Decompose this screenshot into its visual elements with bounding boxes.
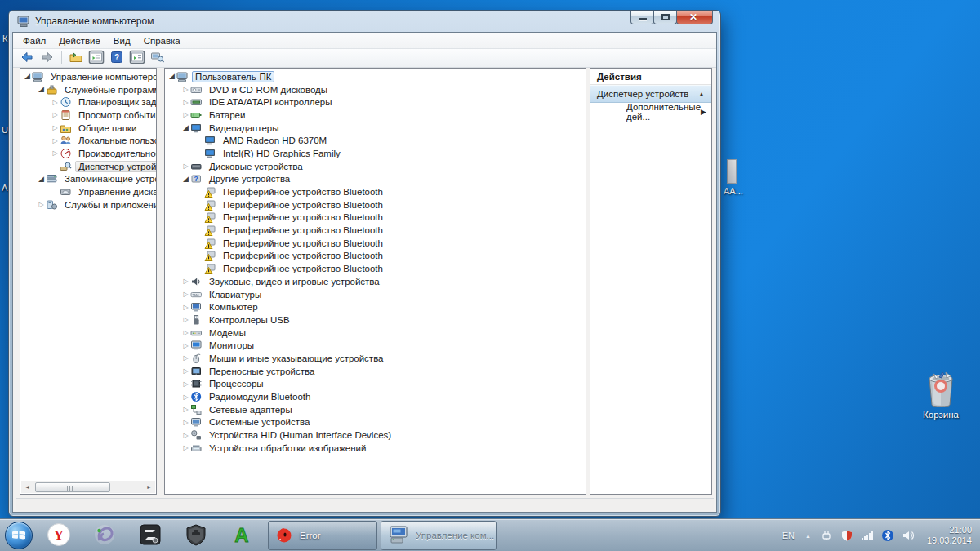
actions-group-device-manager[interactable]: Диспетчер устройств ▲ (590, 85, 711, 103)
console-tree-item[interactable]: Диспетчер устройств (20, 160, 156, 173)
volume-icon[interactable] (902, 529, 915, 542)
expander-collapsed-icon[interactable]: ▷ (181, 327, 190, 339)
device-tree-item[interactable]: ▷Мыши и иные указывающие устройства (165, 352, 586, 365)
menu-item-2[interactable]: Вид (107, 34, 137, 47)
scroll-left-arrow[interactable]: ◄ (21, 481, 33, 493)
titlebar[interactable]: Управление компьютером (9, 11, 720, 32)
device-tree-item[interactable]: Периферийное устройство Bluetooth (165, 211, 586, 224)
expander-collapsed-icon[interactable]: ▷ (181, 288, 190, 300)
expander-collapsed-icon[interactable]: ▷ (181, 160, 190, 172)
device-tree-item[interactable]: Периферийное устройство Bluetooth (165, 250, 586, 263)
taskbar-button-0[interactable]: Error (268, 521, 377, 550)
world-of-tanks-taskbar-item[interactable] (183, 522, 209, 549)
expander-collapsed-icon[interactable]: ▷ (181, 275, 190, 287)
menu-item-3[interactable]: Справка (137, 34, 187, 47)
device-tree-item[interactable]: Периферийное устройство Bluetooth (165, 185, 586, 198)
console-tree-item[interactable]: ▷Общие папки (20, 122, 156, 135)
device-tree-item[interactable]: Периферийное устройство Bluetooth (165, 198, 586, 211)
clock[interactable]: 21:00 19.03.2014 (927, 525, 972, 546)
expander-expanded-icon[interactable]: ◢ (167, 70, 176, 82)
device-tree-item[interactable]: ▷Системные устройства (165, 416, 586, 429)
desktop-icon-label-fragment[interactable]: АА... (724, 186, 743, 196)
console-tree-item[interactable]: ▷Планировщик заданий (20, 96, 156, 109)
help-button[interactable]: ? (108, 50, 126, 66)
scrollbar-thumb[interactable] (35, 482, 110, 492)
expander-collapsed-icon[interactable]: ▷ (51, 147, 60, 159)
device-tree-item[interactable]: ▷Процессоры (165, 378, 586, 391)
expander-collapsed-icon[interactable]: ▷ (181, 83, 190, 96)
device-tree-item[interactable]: ▷Батареи (165, 109, 586, 122)
back-button[interactable] (18, 50, 36, 66)
expander-collapsed-icon[interactable]: ▷ (51, 122, 60, 134)
show-hidden-icons-chevron[interactable]: ▲ (805, 533, 811, 539)
console-tree-item[interactable]: ▷Службы и приложения (20, 198, 156, 211)
device-tree-item[interactable]: ▷Компьютер (165, 300, 586, 313)
green-a-app-taskbar-item[interactable]: AA (229, 522, 255, 549)
console-tree-button[interactable] (87, 50, 105, 66)
expander-expanded-icon[interactable]: ◢ (37, 173, 46, 185)
console-tree-item[interactable]: ▷Производительность (20, 147, 156, 160)
device-tree-item[interactable]: ▷DVD и CD-ROM дисководы (165, 83, 586, 96)
scroll-right-arrow[interactable]: ► (143, 481, 155, 493)
device-tree-item[interactable]: ▷Устройства HID (Human Interface Devices… (165, 429, 586, 442)
expander-collapsed-icon[interactable]: ▷ (51, 96, 60, 109)
taskbar-button-1[interactable]: Управление ком... (381, 521, 497, 550)
console-tree-item[interactable]: ◢Служебные программы (20, 83, 156, 96)
console-tree-item[interactable]: ◢Управление компьютером (л (20, 70, 156, 83)
device-tree-item[interactable]: ◢Пользователь-ПК (165, 70, 586, 83)
device-tree-item[interactable]: AMD Radeon HD 6370M (165, 134, 586, 147)
expander-collapsed-icon[interactable]: ▷ (181, 391, 190, 403)
device-tree-item[interactable]: Периферийное устройство Bluetooth (165, 262, 586, 275)
export-folder-button[interactable] (67, 50, 85, 66)
console-tree-item[interactable]: ◢Запоминающие устройст (20, 173, 156, 186)
expander-collapsed-icon[interactable]: ▷ (181, 352, 190, 364)
yandex-browser-taskbar-item[interactable]: Y (46, 522, 72, 549)
console-tree-item[interactable]: ▷Просмотр событий (20, 109, 156, 122)
bluetooth-tray-icon[interactable] (881, 529, 894, 542)
expander-collapsed-icon[interactable]: ▷ (181, 403, 190, 415)
console-tree-item[interactable]: Управление дисками (20, 185, 156, 198)
expander-collapsed-icon[interactable]: ▷ (181, 429, 190, 442)
expander-collapsed-icon[interactable]: ▷ (181, 109, 190, 121)
desktop-icon-label-fragment[interactable]: А (2, 183, 7, 193)
maximize-button[interactable] (653, 11, 677, 24)
device-tree-item[interactable]: ▷Модемы (165, 327, 586, 340)
expander-collapsed-icon[interactable]: ▷ (51, 109, 60, 121)
device-tree-item[interactable]: ▷Контроллеры USB (165, 313, 586, 327)
device-tree-item[interactable]: Intel(R) HD Graphics Family (165, 147, 586, 160)
minimize-button[interactable] (630, 11, 654, 24)
console-tree-item[interactable]: ▷Локальные пользовате (20, 134, 156, 147)
recycle-bin[interactable]: Корзина (913, 369, 969, 420)
device-tree-item[interactable]: ▷Радиомодули Bluetooth (165, 390, 586, 403)
device-search-button[interactable] (149, 50, 167, 66)
horizontal-scrollbar[interactable]: ◄ ► (21, 481, 155, 493)
collapse-caret-icon[interactable]: ▲ (698, 91, 705, 98)
expander-collapsed-icon[interactable]: ▷ (181, 313, 190, 326)
expander-collapsed-icon[interactable]: ▷ (181, 96, 190, 109)
menu-item-0[interactable]: Файл (16, 34, 52, 47)
power-plug-icon[interactable] (820, 529, 833, 542)
language-indicator[interactable]: EN (782, 531, 795, 540)
start-button[interactable] (5, 522, 33, 549)
expander-collapsed-icon[interactable]: ▷ (181, 301, 190, 313)
expander-expanded-icon[interactable]: ◢ (23, 70, 32, 82)
expander-expanded-icon[interactable]: ◢ (37, 83, 46, 96)
device-tree-item[interactable]: Периферийное устройство Bluetooth (165, 237, 586, 250)
device-tree-item[interactable]: ◢Видеоадаптеры (165, 122, 586, 135)
desktop-icon-label-fragment[interactable]: U (2, 125, 8, 135)
menu-item-1[interactable]: Действие (52, 34, 107, 47)
security-shield-icon[interactable] (840, 529, 853, 542)
desktop-icon-fragment[interactable] (727, 159, 737, 184)
expander-collapsed-icon[interactable]: ▷ (181, 340, 190, 352)
actions-more-item[interactable]: Дополнительные дей... ▶ (590, 103, 711, 120)
desktop-icon-label-fragment[interactable]: К (2, 33, 7, 43)
expander-expanded-icon[interactable]: ◢ (181, 173, 190, 185)
action-pane-button[interactable] (128, 50, 146, 66)
expander-collapsed-icon[interactable]: ▷ (37, 198, 46, 211)
expander-collapsed-icon[interactable]: ▷ (181, 442, 190, 454)
expander-collapsed-icon[interactable]: ▷ (181, 378, 190, 390)
device-tree-item[interactable]: ▷IDE ATA/ATAPI контроллеры (165, 96, 586, 109)
device-tree-item[interactable]: ▷Звуковые, видео и игровые устройства (165, 275, 586, 288)
device-tree-item[interactable]: ▷Мониторы (165, 339, 586, 352)
close-button[interactable]: ✕ (676, 11, 713, 24)
